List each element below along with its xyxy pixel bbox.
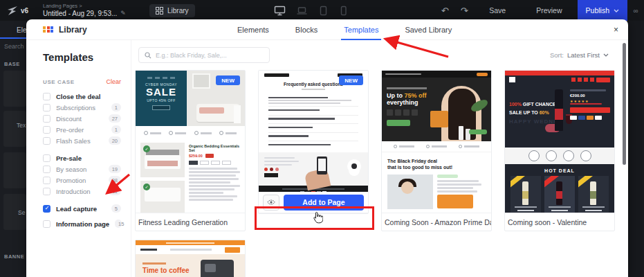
checkbox-checked — [43, 205, 50, 213]
template-card-prime-day[interactable]: Up to 75% off everything The Black Frida… — [381, 70, 492, 231]
checkbox — [43, 126, 50, 134]
template-card-coffee[interactable]: Time to coffee — [135, 240, 246, 277]
sidebar-heading: Templates — [43, 51, 121, 63]
product-images: ✓ ✓ — [140, 143, 185, 213]
hero-section: Up to 75% off everything — [382, 78, 491, 141]
thumb-nav — [136, 245, 245, 254]
filter-pre-order[interactable]: Pre-order1 — [43, 126, 121, 134]
template-title: Coming soon - Valentine — [505, 213, 614, 231]
chevron-down-icon — [614, 9, 619, 12]
logo-icon — [7, 6, 18, 16]
thumb-topbar — [136, 240, 245, 245]
modal-header: Library Elements Blocks Templates Saved … — [26, 19, 628, 40]
grid-icon — [156, 7, 163, 15]
tab-saved-library[interactable]: Saved Library — [405, 19, 452, 40]
modal-title: Library — [59, 25, 87, 35]
template-search[interactable] — [138, 47, 270, 63]
save-button[interactable]: Save — [474, 6, 521, 15]
filter-group-label: USE CASE — [43, 79, 75, 85]
tablet-icon[interactable] — [318, 6, 329, 16]
product-panel: €200.00 ★★★★★ — [570, 89, 610, 120]
doc-title[interactable]: Untitled - Aug 29, 9:53... — [43, 10, 117, 18]
sort-control[interactable]: Sort: Latest First — [550, 51, 609, 59]
template-title: Fitness Leading Generation — [136, 213, 245, 231]
editor-tile — [3, 71, 26, 107]
features-row — [136, 126, 245, 140]
editor-elements-panel: Elem Search BASE Tex Se BANNE — [0, 21, 26, 277]
filter-discount[interactable]: Discount27 — [43, 115, 121, 123]
thumb-cta-button — [387, 120, 410, 126]
breadcrumb[interactable]: Landing Pages > — [43, 3, 140, 10]
edit-title-icon[interactable]: ✎ — [120, 10, 126, 17]
editor-tab-partial: Elem — [17, 26, 26, 34]
checkbox — [43, 177, 50, 184]
checkbox — [43, 154, 50, 162]
new-badge: NEW — [339, 75, 363, 85]
filter-lead-capture[interactable]: Lead capture5 — [43, 205, 121, 213]
desktop-icon[interactable] — [274, 6, 286, 16]
preview-button[interactable]: Preview — [521, 6, 577, 15]
filter-close-the-deal[interactable]: Close the deal — [43, 93, 121, 100]
laptop-icon[interactable] — [296, 6, 308, 16]
publish-label: Publish — [586, 6, 609, 15]
faq-list — [259, 94, 368, 150]
modal-tabs: Elements Blocks Templates Saved Library — [237, 19, 452, 40]
product-section — [382, 173, 491, 211]
logo-version: v6 — [21, 7, 28, 15]
top-bar: v6 Landing Pages > Untitled - Aug 29, 9:… — [0, 0, 644, 21]
add-to-page-button[interactable]: Add to Page — [284, 195, 364, 211]
clear-filters-link[interactable]: Clear — [106, 78, 121, 85]
editor-tab-underline — [0, 37, 26, 39]
tab-blocks[interactable]: Blocks — [295, 19, 318, 40]
redo-icon[interactable]: ↷ — [454, 6, 474, 16]
template-card-valentine[interactable]: 100% GIFT CHANCE SALE UP TO 60% HAPPY WE… — [504, 70, 615, 231]
text-skeleton — [189, 168, 240, 201]
wine-products — [505, 176, 614, 213]
editor-tile-label: Se — [18, 209, 25, 216]
sort-value: Latest First — [567, 51, 600, 59]
checkbox — [43, 220, 50, 228]
library-button-label: Library — [167, 7, 189, 15]
template-card-faq[interactable]: NEW Frequently asked questions — [258, 70, 369, 214]
filter-introduction[interactable]: Introduction11 — [43, 188, 121, 195]
editor-section-banner: BANNE — [4, 253, 24, 260]
thumb-cta-button — [152, 105, 170, 110]
close-icon[interactable]: × — [614, 25, 618, 35]
filter-information-page[interactable]: Information page15 — [43, 220, 121, 228]
library-button[interactable]: Library — [149, 4, 195, 17]
device-switcher — [274, 0, 348, 21]
tab-templates[interactable]: Templates — [344, 19, 378, 40]
filter-subscriptions[interactable]: Subscriptions1 — [43, 104, 121, 111]
card-hover-actions: Add to Page — [259, 192, 368, 213]
product-section — [259, 152, 368, 186]
template-thumbnail: Up to 75% off everything The Black Frida… — [382, 71, 491, 213]
modal-scrollbar[interactable] — [623, 43, 626, 165]
undo-icon[interactable]: ↶ — [435, 6, 454, 16]
thumb-topbar — [382, 71, 491, 78]
filter-by-season[interactable]: By season19 — [43, 166, 121, 173]
filter-pre-sale[interactable]: Pre-sale — [43, 154, 121, 162]
filter-flash-sales[interactable]: Flash Sales20 — [43, 137, 121, 145]
templates-content: Sort: Latest First NEW CYBER MONDAY SALE… — [131, 40, 628, 277]
product-info: Organic Bedding Essentials Set $259.00 — [189, 143, 240, 213]
tab-elements[interactable]: Elements — [237, 19, 269, 40]
search-input[interactable] — [156, 52, 259, 59]
filter-sidebar: Templates USE CASE Clear Close the deal … — [26, 40, 131, 277]
checkbox — [43, 93, 50, 100]
template-thumbnail: 100% GIFT CHANCE SALE UP TO 60% HAPPY WE… — [505, 71, 614, 213]
library-colorful-icon — [43, 26, 53, 33]
link-icon[interactable]: ∞ — [627, 7, 644, 15]
thumb-nav — [505, 75, 614, 84]
editor-section-base: BASE — [4, 61, 20, 67]
editor-tile — [3, 152, 26, 188]
badges-row — [505, 148, 614, 164]
phone-icon[interactable] — [339, 6, 348, 16]
app-logo: v6 — [0, 6, 43, 16]
checkbox — [43, 137, 50, 145]
preview-template-button[interactable] — [263, 195, 279, 211]
template-card-fitness[interactable]: NEW CYBER MONDAY SALE UPTO 45% OFF — [135, 70, 246, 231]
filter-promotion[interactable]: Promotion38 — [43, 177, 121, 184]
search-icon — [145, 52, 151, 59]
publish-button[interactable]: Publish — [578, 0, 627, 21]
template-thumbnail: Time to coffee — [136, 240, 245, 277]
